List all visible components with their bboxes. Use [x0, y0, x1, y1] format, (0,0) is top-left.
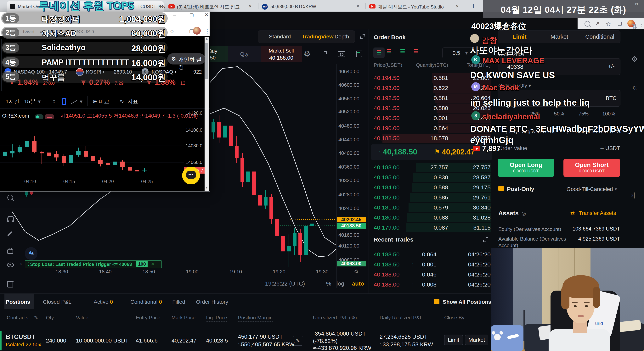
- tab-close-icon[interactable]: ✕: [158, 4, 162, 9]
- close-market-button[interactable]: Market: [465, 335, 488, 346]
- bookmark-star-icon[interactable]: ☆: [170, 28, 174, 35]
- menu-dots-icon[interactable]: ⋮: [204, 28, 210, 34]
- tab-active-orders[interactable]: Active 0: [94, 299, 113, 305]
- profile-avatar[interactable]: [193, 27, 201, 34]
- popup-candle-chart[interactable]: [0, 111, 184, 186]
- percent-50[interactable]: 50%: [554, 111, 564, 117]
- orderbook-view-default[interactable]: [374, 47, 384, 58]
- chart-settings-gear-icon[interactable]: ⚙: [304, 49, 310, 58]
- search-icon[interactable]: [584, 21, 590, 27]
- post-only-checkbox[interactable]: [498, 186, 504, 191]
- line-style-icon[interactable]: [71, 100, 77, 104]
- show-all-positions-checkbox[interactable]: [434, 299, 440, 304]
- time-in-force-select[interactable]: Good-Till-Canceled: [566, 186, 613, 192]
- tab-limit[interactable]: Limit: [513, 33, 526, 40]
- tab-order-history[interactable]: Order History: [196, 299, 228, 305]
- auto-scale-button[interactable]: auto: [352, 280, 364, 287]
- menu-dots-icon[interactable]: ⋮: [638, 20, 644, 27]
- settings-toggle-icon[interactable]: [45, 114, 54, 119]
- indicators-icon[interactable]: ∿: [120, 98, 124, 104]
- assets-eye-icon[interactable]: ◎: [522, 210, 526, 216]
- symbol-name[interactable]: OREX.com: [2, 113, 29, 119]
- chevron-down-icon[interactable]: ▾: [38, 98, 41, 105]
- percent-scale-button[interactable]: %: [326, 280, 331, 287]
- precision-select[interactable]: 0.5 ▾: [442, 47, 473, 58]
- assets-title: Assets: [498, 210, 519, 217]
- restore-window-icon[interactable]: ⧉: [635, 1, 638, 6]
- percent-75[interactable]: 75%: [578, 111, 588, 117]
- new-tab-button[interactable]: +: [471, 2, 475, 10]
- open-long-button[interactable]: Open Long 0.0000 USDT: [498, 159, 554, 177]
- bar-style-icon[interactable]: ↕: [53, 98, 56, 104]
- maximize-icon[interactable]: ▢: [190, 12, 194, 17]
- log-scale-button[interactable]: log: [336, 280, 344, 287]
- compare-button[interactable]: ⊕ 비교: [92, 98, 109, 105]
- tab-conditional[interactable]: Conditional: [585, 33, 614, 40]
- bookmark-star-icon[interactable]: ☆: [606, 20, 611, 27]
- chevron-down-icon[interactable]: ▾: [80, 98, 82, 105]
- tab-youtube-live[interactable]: (3) 4/11생) 비트코인 사또 쌉고 ✕: [166, 1, 256, 11]
- tab-conditional-orders[interactable]: Conditional 0: [130, 299, 162, 305]
- position-margin: 450,177.90 USDT: [238, 334, 283, 340]
- settings-gear-icon[interactable]: ⚙: [631, 55, 638, 63]
- tab-close-icon[interactable]: ✕: [248, 4, 252, 9]
- indicators-button[interactable]: 지표: [127, 98, 138, 105]
- tab-group-icon[interactable]: ▢: [617, 20, 622, 26]
- interval-1h[interactable]: 1시간: [6, 98, 20, 105]
- screenshot-camera-icon[interactable]: [338, 51, 345, 57]
- candle-style-icon[interactable]: [62, 98, 66, 105]
- tab-upbit[interactable]: UP 50,939,000 BTC/KRW ✕: [260, 1, 364, 11]
- tab-close-icon[interactable]: ✕: [356, 4, 360, 9]
- scrollbar-thumb[interactable]: [205, 43, 208, 79]
- personalize-settings-button[interactable]: ⚙ 개인화 설정: [167, 53, 205, 64]
- cancel-order-icon[interactable]: ✕: [151, 261, 154, 267]
- chat-message: im selling just to help the liq: [470, 97, 590, 108]
- chat-bubble-button[interactable]: •••: [182, 167, 200, 184]
- recent-trades-expand-icon[interactable]: [483, 237, 488, 242]
- plus-minus-stepper-icon[interactable]: +/-: [608, 63, 614, 69]
- open-short-button[interactable]: Open Short 0.0000 USDT: [564, 159, 620, 177]
- tune-icon[interactable]: ⇅: [631, 22, 638, 31]
- close-icon[interactable]: ✕: [204, 12, 208, 17]
- bid-row[interactable]: 40,185.000.83028.587: [369, 172, 494, 182]
- tab-close-icon[interactable]: ✕: [456, 4, 459, 9]
- collapse-tag-chevron-icon[interactable]: ‹: [20, 260, 22, 267]
- bid-row[interactable]: 40,180.000.68831.028: [369, 213, 494, 223]
- transfer-assets-link[interactable]: Transfer Assets: [579, 210, 616, 216]
- orders-on-chart-icon[interactable]: [356, 50, 362, 57]
- col-closeby: Close By: [444, 315, 464, 321]
- tab-depth[interactable]: Depth: [334, 33, 349, 40]
- share-icon[interactable]: ↗: [595, 20, 600, 26]
- scroll-up-arrow[interactable]: ▲: [204, 37, 209, 40]
- tab-closed-pnl[interactable]: Closed P&L: [43, 299, 72, 305]
- stop-loss-order-tag[interactable]: ⋮ Stop Loss: Last Traded Price Trigger <…: [25, 261, 162, 268]
- minimize-icon[interactable]: –: [173, 12, 176, 17]
- drag-handle-icon[interactable]: ⋮: [27, 262, 30, 266]
- edit-margin-icon[interactable]: ✎: [293, 336, 303, 346]
- bid-row[interactable]: 40,184.000.58829.175: [369, 182, 494, 193]
- position-mark: 40,202.47: [172, 338, 196, 344]
- chart-theme-sun-icon[interactable]: ☼: [354, 267, 359, 274]
- close-limit-button[interactable]: Limit: [444, 335, 463, 346]
- bid-row[interactable]: 40,188.0027.75727.757: [369, 162, 494, 172]
- delete-drawings-trash-icon[interactable]: [7, 282, 13, 288]
- tab-tradingview[interactable]: TradingView: [302, 33, 334, 40]
- scroll-down-arrow[interactable]: ▼: [204, 186, 209, 189]
- collapse-panel-icon[interactable]: ›|: [631, 191, 635, 199]
- tab-filled[interactable]: Filled: [172, 299, 185, 305]
- tab-standard[interactable]: Standard: [269, 33, 291, 40]
- visibility-toggle-icon[interactable]: [35, 114, 44, 119]
- tab-positions[interactable]: Positions: [6, 299, 30, 305]
- popup-scrollbar[interactable]: ▲ ▼: [204, 37, 209, 191]
- bid-row[interactable]: 40,182.000.58629.761: [369, 193, 494, 203]
- bid-row[interactable]: 40,179.000.08731.115: [369, 223, 494, 233]
- interval-15m[interactable]: 15분: [24, 98, 36, 105]
- market-sell-cell[interactable]: Market Sell 40,188.00: [261, 46, 302, 62]
- brightness-icon[interactable]: ☼: [631, 83, 638, 91]
- fullscreen-icon[interactable]: [322, 51, 327, 56]
- tab-youtube-studio[interactable]: 채널 대시보드 - YouTube Studio ✕: [367, 1, 463, 11]
- chart-expand-icon[interactable]: [360, 34, 365, 39]
- tab-market[interactable]: Market: [550, 33, 568, 40]
- percent-100[interactable]: 100%: [602, 111, 615, 117]
- bid-row[interactable]: 40,181.000.57930.340: [369, 203, 494, 213]
